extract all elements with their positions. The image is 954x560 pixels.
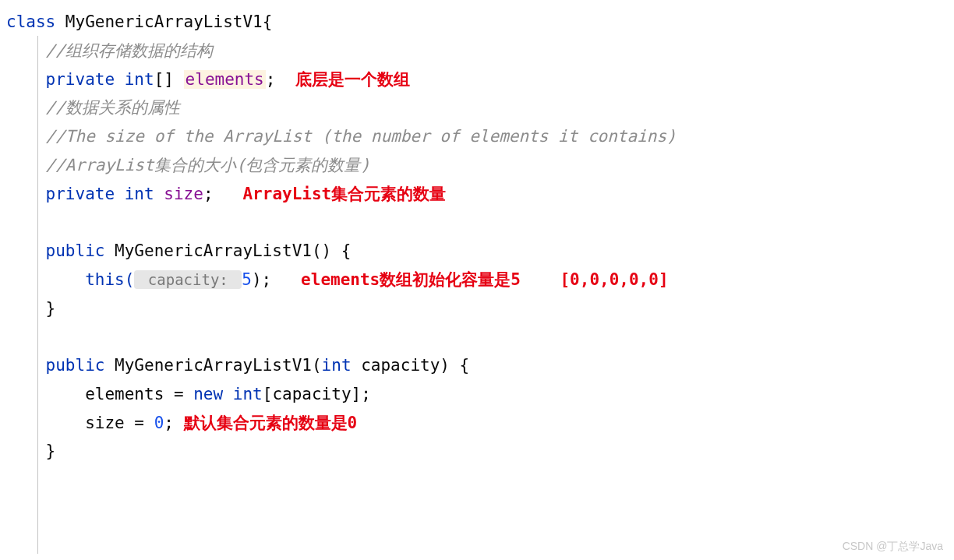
field-elements: elements <box>184 70 266 89</box>
code-line-4: //数据关系的属性 <box>6 93 948 122</box>
literal-5: 5 <box>242 270 252 289</box>
close-brace-2: } <box>6 442 55 460</box>
keyword-int: int <box>125 70 154 89</box>
literal-0: 0 <box>154 414 164 432</box>
semicolon: ; <box>203 185 243 203</box>
keyword-public: public <box>6 241 115 260</box>
keyword-private: private <box>6 70 125 89</box>
watermark: CSDN @丁总学Java <box>843 537 943 556</box>
code-line-8-blank <box>6 208 948 237</box>
code-line-2: //组织存储数据的结构 <box>6 37 948 65</box>
field-size: size <box>164 185 203 203</box>
keyword-public: public <box>6 356 115 375</box>
keyword-new: new <box>193 385 233 403</box>
code-line-15: size = 0; 默认集合元素的数量是0 <box>6 409 948 438</box>
annotation-array: 底层是一个数组 <box>295 70 410 89</box>
constructor-name: MyGenericArrayListV1() { <box>115 241 351 260</box>
array-alloc: [capacity]; <box>263 385 371 403</box>
class-name: MyGenericArrayListV1{ <box>55 12 272 31</box>
keyword-int: int <box>322 356 352 375</box>
comment-attr: //数据关系的属性 <box>6 98 180 117</box>
comment-size-cn: //ArrayList集合的大小(包含元素的数量) <box>6 156 370 174</box>
param-hint-capacity: capacity: <box>134 270 242 289</box>
close-paren: ); <box>252 270 301 289</box>
keyword-int: int <box>125 185 164 203</box>
code-line-14: elements = new int[capacity]; <box>6 380 948 409</box>
code-line-7: private int size; ArrayList集合元素的数量 <box>6 180 948 209</box>
annotation-init: elements数组初始化容量是5 [0,0,0,0,0] <box>301 270 668 289</box>
comment-size-en: //The size of the ArrayList (the number … <box>6 127 677 146</box>
keyword-class: class <box>6 12 55 31</box>
keyword-private: private <box>6 185 125 203</box>
indent-guide-main <box>37 36 38 554</box>
code-line-9: public MyGenericArrayListV1() { <box>6 237 948 266</box>
code-line-10: this( capacity: 5); elements数组初始化容量是5 [0… <box>6 266 948 294</box>
assign-elements: elements = <box>6 385 193 403</box>
code-line-3: private int[] elements; 底层是一个数组 <box>6 65 948 94</box>
code-line-12-blank <box>6 322 948 351</box>
semicolon: ; <box>164 414 183 432</box>
code-line-1: class MyGenericArrayListV1{ <box>6 8 948 37</box>
annotation-default: 默认集合元素的数量是0 <box>184 414 358 432</box>
close-brace: } <box>6 299 55 318</box>
code-line-16: } <box>6 437 948 466</box>
semicolon: ; <box>266 70 295 89</box>
code-line-6: //ArrayList集合的大小(包含元素的数量) <box>6 151 948 180</box>
param-capacity: capacity) { <box>352 356 470 375</box>
keyword-int: int <box>233 385 263 403</box>
assign-size: size = <box>6 414 154 432</box>
brackets: [] <box>154 70 184 89</box>
constructor-name-2: MyGenericArrayListV1( <box>115 356 322 375</box>
keyword-this: this( <box>6 270 134 289</box>
code-line-13: public MyGenericArrayListV1(int capacity… <box>6 351 948 380</box>
code-line-11: } <box>6 294 948 323</box>
code-line-5: //The size of the ArrayList (the number … <box>6 122 948 151</box>
annotation-count: ArrayList集合元素的数量 <box>242 185 446 203</box>
